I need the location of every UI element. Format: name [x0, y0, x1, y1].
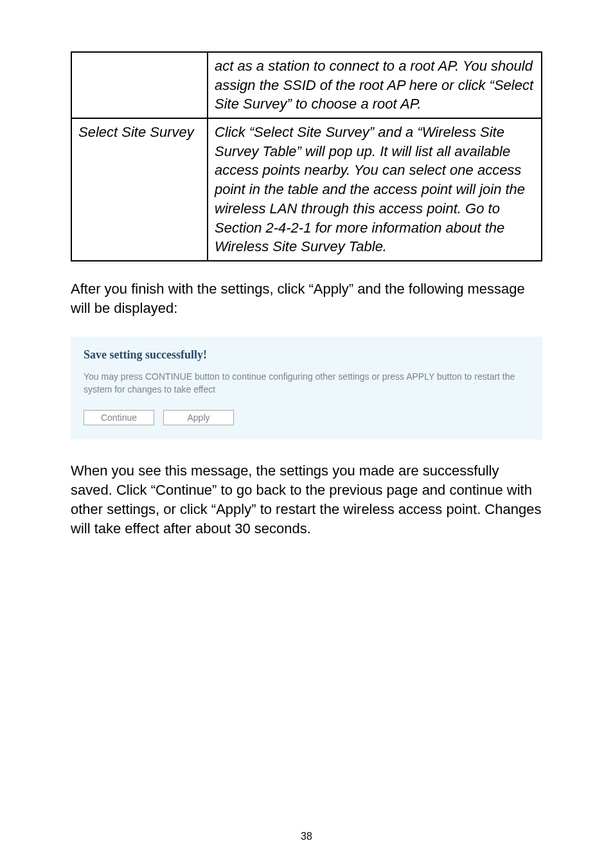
- paragraph-apply-hint: After you finish with the settings, clic…: [71, 279, 542, 317]
- save-success-callout: Save setting successfully! You may press…: [71, 337, 542, 439]
- page-number: 38: [0, 831, 613, 842]
- table-cell-left: [71, 52, 208, 118]
- callout-body: You may press CONTINUE button to continu…: [84, 371, 529, 396]
- info-table: act as a station to connect to a root AP…: [71, 51, 542, 261]
- callout-title: Save setting successfully!: [84, 348, 529, 362]
- page-container: act as a station to connect to a root AP…: [0, 0, 613, 868]
- callout-button-row: Continue Apply: [84, 410, 529, 425]
- table-row: act as a station to connect to a root AP…: [71, 52, 542, 118]
- table-cell-right: act as a station to connect to a root AP…: [208, 52, 542, 118]
- continue-button[interactable]: Continue: [84, 410, 154, 425]
- table-cell-left: Select Site Survey: [71, 118, 208, 261]
- paragraph-explanation: When you see this message, the settings …: [71, 461, 542, 538]
- table-row: Select Site Survey Click “Select Site Su…: [71, 118, 542, 261]
- table-cell-right: Click “Select Site Survey” and a “Wirele…: [208, 118, 542, 261]
- apply-button[interactable]: Apply: [163, 410, 234, 425]
